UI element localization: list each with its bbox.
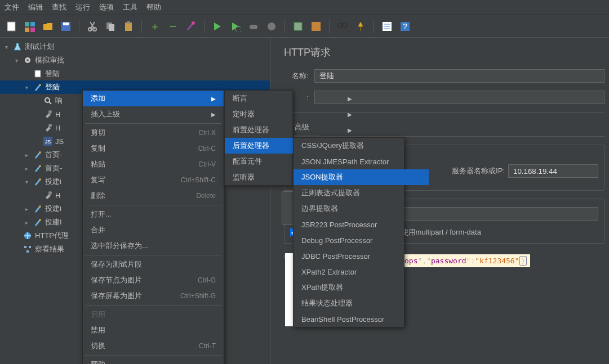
chevron-icon[interactable]: ▸ <box>23 219 30 226</box>
chevron-icon[interactable]: ▾ <box>12 57 20 64</box>
menu-item-label: 保存为测试片段 <box>91 259 142 269</box>
tree-label: H <box>55 124 60 132</box>
templates-icon[interactable] <box>23 19 37 34</box>
menu-tools[interactable]: 工具 <box>123 2 137 12</box>
copy-icon[interactable] <box>103 19 118 34</box>
menu-item-label: XPath2 Extractor <box>301 268 357 276</box>
menu-item[interactable]: 保存屏幕为图片Ctrl+Shift-G <box>83 288 224 304</box>
function-helper-icon[interactable] <box>380 19 394 34</box>
help-icon[interactable]: ? <box>398 19 412 34</box>
menu-help[interactable]: 帮助 <box>146 2 161 12</box>
menu-file[interactable]: 文件 <box>5 2 19 12</box>
start-icon[interactable] <box>210 19 225 34</box>
new-icon[interactable] <box>5 19 19 34</box>
menu-item[interactable]: 边界提取器 <box>294 201 429 217</box>
paste-icon[interactable] <box>121 19 136 34</box>
pen-icon <box>33 177 43 187</box>
expand-icon[interactable]: ＋ <box>148 19 162 34</box>
search-icon[interactable] <box>335 19 350 34</box>
chevron-icon[interactable]: ▾ <box>23 179 30 185</box>
wrench-icon <box>43 190 53 200</box>
reset-search-icon[interactable] <box>353 19 368 34</box>
svg-rect-6 <box>63 23 69 25</box>
clear-all-icon[interactable] <box>309 19 323 34</box>
menu-item[interactable]: XPath提取器 <box>294 280 429 295</box>
tree-item[interactable]: 登陆 <box>0 67 270 80</box>
menu-item-label: 结果状态处理器 <box>301 298 353 308</box>
stop-icon[interactable] <box>246 19 261 34</box>
chevron-icon[interactable]: ▾ <box>2 44 10 50</box>
menu-item[interactable]: JDBC PostProcessor <box>294 248 429 264</box>
menu-item[interactable]: 帮助 <box>83 357 224 364</box>
submenu-arrow-icon: ▶ <box>348 96 352 102</box>
menu-item-label: 禁用 <box>91 325 105 335</box>
shutdown-icon[interactable] <box>264 19 279 34</box>
svg-rect-1 <box>25 22 29 26</box>
menu-item[interactable]: 删除Delete <box>83 188 224 204</box>
menu-item[interactable]: 复制Ctrl-C <box>83 141 224 156</box>
svg-point-14 <box>235 26 241 32</box>
svg-point-33 <box>39 151 41 154</box>
svg-rect-15 <box>250 25 257 29</box>
menu-item-label: 定时器 <box>233 109 255 119</box>
collapse-icon[interactable]: − <box>166 19 180 34</box>
menu-run[interactable]: 运行 <box>75 2 90 12</box>
chevron-icon[interactable]: ▸ <box>23 152 30 158</box>
submenu-arrow-icon: ▶ <box>211 96 216 102</box>
menu-item[interactable]: 添加▶ <box>83 91 224 106</box>
menu-item[interactable]: XPath2 Extractor <box>294 264 429 280</box>
menu-item[interactable]: JSON提取器 <box>294 169 429 185</box>
server-input[interactable] <box>508 164 598 178</box>
menu-item-label: JSON JMESPath Extractor <box>301 158 389 166</box>
menu-item[interactable]: 禁用 <box>83 322 224 338</box>
menu-item[interactable]: 插入上级▶ <box>83 106 224 122</box>
chevron-icon[interactable]: ▾ <box>23 84 30 91</box>
svg-rect-26 <box>35 70 41 77</box>
clear-icon[interactable] <box>291 19 305 34</box>
menu-item[interactable]: 合并 <box>83 222 224 238</box>
flask-icon <box>12 42 23 52</box>
menu-item-label: 正则表达式提取器 <box>301 188 360 198</box>
start-notimers-icon[interactable] <box>228 19 243 34</box>
menu-search[interactable]: 查找 <box>52 2 66 12</box>
chevron-icon[interactable]: ▸ <box>23 165 30 172</box>
menubar: 文件 编辑 查找 运行 选项 工具 帮助 <box>0 0 609 15</box>
menu-item-label: 保存节点为图片 <box>91 275 142 285</box>
menu-item[interactable]: 启用 <box>83 307 224 322</box>
menu-item[interactable]: 定时器▶ <box>225 106 360 122</box>
tree-item[interactable]: ▾ 模拟审批 <box>0 53 270 67</box>
open-icon[interactable] <box>41 19 55 34</box>
menu-item[interactable]: CSS/JQuery提取器 <box>294 138 429 154</box>
menu-item[interactable]: 结果状态处理器 <box>294 295 429 311</box>
menu-edit[interactable]: 编辑 <box>28 2 43 12</box>
svg-point-25 <box>26 59 29 61</box>
tree-item[interactable]: ▾ 测试计划 <box>0 40 270 53</box>
menu-item[interactable]: 复写Ctrl+Shift-C <box>83 172 224 188</box>
cut-icon[interactable] <box>85 19 100 34</box>
menu-item[interactable]: 粘贴Ctrl-V <box>83 156 224 172</box>
menu-item[interactable]: 保存为测试片段 <box>83 257 224 272</box>
menu-item[interactable]: 断言▶ <box>225 91 360 106</box>
menu-item-label: BeanShell PostProcessor <box>301 315 384 323</box>
menu-item[interactable]: BeanShell PostProcessor <box>294 311 429 327</box>
menu-item[interactable]: 打开... <box>83 206 224 222</box>
menu-item[interactable]: 正则表达式提取器 <box>294 185 429 201</box>
menu-item[interactable]: 前置处理器▶ <box>225 122 360 138</box>
chevron-icon[interactable]: ▸ <box>23 206 30 212</box>
svg-point-20 <box>343 23 347 28</box>
menu-item[interactable]: 切换Ctrl-T <box>83 338 224 354</box>
menu-item[interactable]: 保存节点为图片Ctrl-G <box>83 272 224 288</box>
submenu-arrow-icon: ▶ <box>348 127 352 133</box>
toggle-icon[interactable] <box>184 19 198 34</box>
pen-icon <box>33 163 43 173</box>
menu-options[interactable]: 选项 <box>99 2 114 12</box>
save-icon[interactable] <box>59 19 73 34</box>
name-input[interactable] <box>314 69 604 83</box>
svg-rect-3 <box>25 28 29 32</box>
menu-item[interactable]: JSR223 PostProcessor <box>294 217 429 232</box>
menu-item[interactable]: 选中部分保存为... <box>83 238 224 254</box>
menu-item[interactable]: 剪切Ctrl-X <box>83 125 224 141</box>
menu-item[interactable]: Debug PostProcessor <box>294 232 429 248</box>
pen-icon <box>33 82 43 92</box>
menu-item[interactable]: JSON JMESPath Extractor <box>294 154 429 169</box>
